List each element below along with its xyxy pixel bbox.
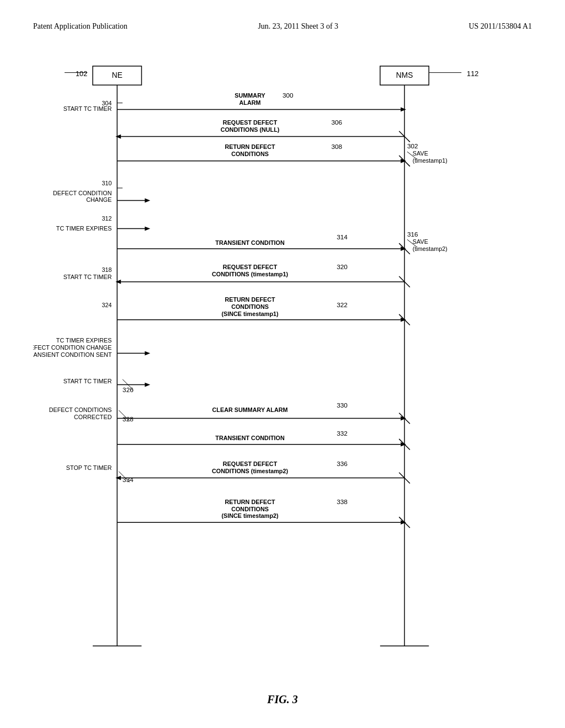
arrow-324 [145,351,150,356]
arrow-312 [145,227,150,231]
ref-336: 336 [337,460,348,467]
diagram-svg: NE 102 NMS 112 304 SUMMARY ALARM 300 S [33,61,532,684]
header-center: Jun. 23, 2011 Sheet 3 of 3 [258,22,338,31]
ref-332: 332 [337,430,348,437]
ref-314: 314 [337,233,348,240]
label-324-2: NO DEFECT CONDITION CHANGE [33,344,111,351]
ref-300: 300 [282,92,294,99]
ref-322: 322 [337,301,348,308]
label-ret-322-1: RETURN DEFECT [225,296,275,303]
label-324-1: TC TIMER EXPIRES [56,337,112,344]
label-stop-tc-334: STOP TC TIMER [66,464,112,471]
arrow-306 [115,135,121,139]
label-328-1: DEFECT CONDITIONS [49,406,112,413]
label-330: CLEAR SUMMARY ALARM [212,406,288,413]
ref-306: 306 [331,119,342,126]
arrow-300 [401,108,406,112]
ref-302: 302 [407,142,418,149]
ref-328: 328 [122,415,134,422]
label-start-tc-318: START TC TIMER [63,274,112,280]
arrow-320 [115,280,121,284]
label-save-316: SAVE [413,238,428,245]
ref-310: 310 [102,180,111,186]
header-left: Patent Application Publication [33,22,127,31]
ref-312: 312 [102,215,111,222]
label-tc-332: TRANSIENT CONDITION [215,435,285,441]
label-324-3: NO TRANSIENT CONDITION SENT [33,351,112,358]
label-ret-338-2: CONDITIONS [231,506,269,512]
ref-318: 318 [102,266,111,273]
header-right: US 2011/153804 A1 [468,22,532,31]
label-start-tc: START TC TIMER [63,105,112,112]
arrow-336 [115,476,121,480]
label-300-1: SUMMARY [234,92,265,99]
label-tc-314: TRANSIENT CONDITION [215,239,285,246]
label-defect-cond-1: DEFECT CONDITION [53,190,112,196]
fig-caption: FIG. 3 [267,693,298,706]
label-ret-322-2: CONDITIONS [231,303,269,310]
page: Patent Application Publication Jun. 23, … [0,0,565,728]
label-tc-expires-1: TC TIMER EXPIRES [56,225,112,232]
ref-320: 320 [337,263,348,270]
nms-ref: 112 [467,69,478,78]
label-308-1: RETURN DEFECT [225,143,275,150]
label-defect-cond-2: CHANGE [86,196,111,203]
label-ret-338-3: (SINCE timestamp2) [221,512,279,519]
label-req-336-1: REQUEST DEFECT [223,461,278,467]
nms-label: NMS [396,71,413,79]
label-req-320-2: CONDITIONS (timestamp1) [212,271,288,277]
ref-334: 334 [122,476,134,483]
arrow-310 [145,199,150,203]
ref-338: 338 [337,498,348,505]
ref-316: 316 [407,231,418,238]
label-save-302: SAVE [413,150,428,157]
ref-324: 324 [102,302,111,308]
label-ret-322-3: (SINCE timestamp1) [221,311,279,317]
ref-330: 330 [337,402,348,409]
label-ret-338-1: RETURN DEFECT [225,499,275,505]
ref-308: 308 [331,143,342,150]
diagram-container: NE 102 NMS 112 304 SUMMARY ALARM 300 S [33,61,532,684]
ne-label: NE [112,71,122,79]
label-ts2-316: (timestamp2) [413,245,447,252]
header: Patent Application Publication Jun. 23, … [0,0,565,42]
arrow-326 [145,383,150,387]
label-req-336-2: CONDITIONS (timestamp2) [212,468,288,474]
label-308-2: CONDITIONS [231,151,269,157]
label-328-2: CORRECTED [74,414,112,420]
label-ts1-302: (timestamp1) [413,157,447,164]
label-300-2: ALARM [239,99,261,106]
label-306-2: CONDITIONS (NULL) [221,126,280,133]
label-306-1: REQUEST DEFECT [223,119,278,126]
ne-ref: 102 [76,69,87,78]
label-req-320-1: REQUEST DEFECT [223,264,278,270]
ref-326: 326 [122,386,134,393]
label-start-tc-326: START TC TIMER [63,378,112,384]
